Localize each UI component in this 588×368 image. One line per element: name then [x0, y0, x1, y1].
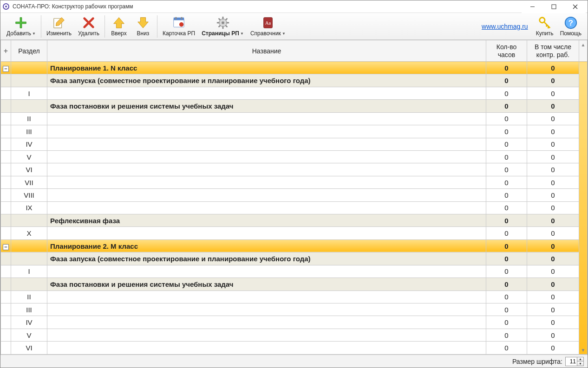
name-cell[interactable]: Планирование 2. М класс: [47, 239, 486, 252]
name-cell[interactable]: Планирование 1. N класс: [47, 62, 486, 74]
font-size-input[interactable]: [566, 357, 577, 366]
col-header-hours[interactable]: Кол-во часов: [486, 40, 527, 62]
edit-button[interactable]: Изменить: [43, 14, 75, 39]
hours-cell[interactable]: 0: [486, 214, 527, 227]
name-cell[interactable]: Фаза запуска (совместное проектирование …: [47, 252, 486, 265]
table-row[interactable]: VI00: [1, 342, 588, 355]
name-cell[interactable]: [47, 163, 486, 176]
name-cell[interactable]: Фаза постановки и решения системы учебны…: [47, 278, 486, 291]
hours-cell[interactable]: 0: [486, 303, 527, 316]
name-cell[interactable]: [47, 176, 486, 188]
kontr-cell[interactable]: 0: [527, 265, 579, 278]
vertical-scrollbar-track[interactable]: ▼: [579, 62, 588, 355]
spin-down-icon[interactable]: ▼: [577, 362, 583, 366]
kontr-cell[interactable]: 0: [527, 252, 579, 265]
name-cell[interactable]: Фаза постановки и решения системы учебны…: [47, 100, 486, 112]
hours-cell[interactable]: 0: [486, 176, 527, 188]
name-cell[interactable]: [47, 201, 486, 214]
hours-cell[interactable]: 0: [486, 62, 527, 74]
row-toggle-cell[interactable]: −: [1, 62, 11, 74]
kontr-cell[interactable]: 0: [527, 62, 579, 74]
table-row[interactable]: X00: [1, 227, 588, 239]
table-row[interactable]: I00: [1, 87, 588, 99]
kontr-cell[interactable]: 0: [527, 201, 579, 214]
collapse-icon[interactable]: −: [3, 244, 9, 250]
hours-cell[interactable]: 0: [486, 163, 527, 176]
down-button[interactable]: Вниз: [131, 14, 155, 39]
row-toggle-cell[interactable]: −: [1, 239, 11, 252]
spin-up-icon[interactable]: ▲: [577, 357, 583, 362]
close-button[interactable]: [564, 0, 586, 13]
table-row[interactable]: II00: [1, 291, 588, 303]
table-row[interactable]: IV00: [1, 138, 588, 150]
hours-cell[interactable]: 0: [486, 150, 527, 163]
table-row[interactable]: III00: [1, 303, 588, 316]
hours-cell[interactable]: 0: [486, 252, 527, 265]
add-button[interactable]: Добавить▼: [3, 14, 39, 39]
name-cell[interactable]: [47, 138, 486, 150]
vertical-scrollbar[interactable]: ▲: [579, 40, 588, 62]
hours-cell[interactable]: 0: [486, 329, 527, 341]
kontr-cell[interactable]: 0: [527, 227, 579, 239]
hours-cell[interactable]: 0: [486, 87, 527, 99]
kontr-cell[interactable]: 0: [527, 138, 579, 150]
name-cell[interactable]: [47, 227, 486, 239]
name-cell[interactable]: [47, 303, 486, 316]
col-header-plus[interactable]: +: [1, 40, 11, 62]
col-header-section[interactable]: Раздел: [11, 40, 47, 62]
table-row[interactable]: III00: [1, 125, 588, 138]
buy-button[interactable]: Купить: [533, 14, 557, 39]
planning-table[interactable]: + Раздел Название Кол-во часов В том чис…: [0, 40, 588, 355]
table-row[interactable]: Рефлексивная фаза00: [1, 214, 588, 227]
hours-cell[interactable]: 0: [486, 138, 527, 150]
kontr-cell[interactable]: 0: [527, 150, 579, 163]
card-button[interactable]: Карточка РП: [159, 14, 198, 39]
kontr-cell[interactable]: 0: [527, 278, 579, 291]
minimize-button[interactable]: [522, 0, 543, 13]
hours-cell[interactable]: 0: [486, 342, 527, 355]
reference-button[interactable]: Aa Справочник▼: [247, 14, 289, 39]
table-row[interactable]: Фаза запуска (совместное проектирование …: [1, 252, 588, 265]
table-row[interactable]: II00: [1, 112, 588, 125]
kontr-cell[interactable]: 0: [527, 100, 579, 112]
name-cell[interactable]: Фаза запуска (совместное проектирование …: [47, 74, 486, 87]
kontr-cell[interactable]: 0: [527, 342, 579, 355]
name-cell[interactable]: [47, 125, 486, 138]
help-button[interactable]: ? Помощь: [557, 14, 585, 39]
name-cell[interactable]: Рефлексивная фаза: [47, 214, 486, 227]
kontr-cell[interactable]: 0: [527, 125, 579, 138]
uchmag-link[interactable]: www.uchmag.ru: [482, 23, 528, 30]
table-row[interactable]: I00: [1, 265, 588, 278]
table-row[interactable]: IV00: [1, 316, 588, 329]
table-row[interactable]: Фаза постановки и решения системы учебны…: [1, 100, 588, 112]
name-cell[interactable]: [47, 316, 486, 329]
table-row[interactable]: IX00: [1, 201, 588, 214]
name-cell[interactable]: [47, 189, 486, 201]
kontr-cell[interactable]: 0: [527, 189, 579, 201]
hours-cell[interactable]: 0: [486, 227, 527, 239]
name-cell[interactable]: [47, 150, 486, 163]
table-row[interactable]: −Планирование 2. М класс00: [1, 239, 588, 252]
table-row[interactable]: VI00: [1, 163, 588, 176]
table-row[interactable]: V00: [1, 150, 588, 163]
scroll-up-icon[interactable]: ▲: [579, 40, 587, 49]
kontr-cell[interactable]: 0: [527, 163, 579, 176]
kontr-cell[interactable]: 0: [527, 74, 579, 87]
table-row[interactable]: Фаза постановки и решения системы учебны…: [1, 278, 588, 291]
collapse-icon[interactable]: −: [3, 66, 9, 72]
hours-cell[interactable]: 0: [486, 74, 527, 87]
table-row[interactable]: VII00: [1, 176, 588, 188]
hours-cell[interactable]: 0: [486, 239, 527, 252]
hours-cell[interactable]: 0: [486, 189, 527, 201]
kontr-cell[interactable]: 0: [527, 112, 579, 125]
pages-button[interactable]: Страницы РП▼: [198, 14, 247, 39]
scroll-down-icon[interactable]: ▼: [579, 346, 587, 354]
hours-cell[interactable]: 0: [486, 125, 527, 138]
delete-button[interactable]: Удалить: [75, 14, 103, 39]
name-cell[interactable]: [47, 291, 486, 303]
hours-cell[interactable]: 0: [486, 100, 527, 112]
up-button[interactable]: Вверх: [107, 14, 131, 39]
table-row[interactable]: VIII00: [1, 189, 588, 201]
kontr-cell[interactable]: 0: [527, 176, 579, 188]
name-cell[interactable]: [47, 342, 486, 355]
